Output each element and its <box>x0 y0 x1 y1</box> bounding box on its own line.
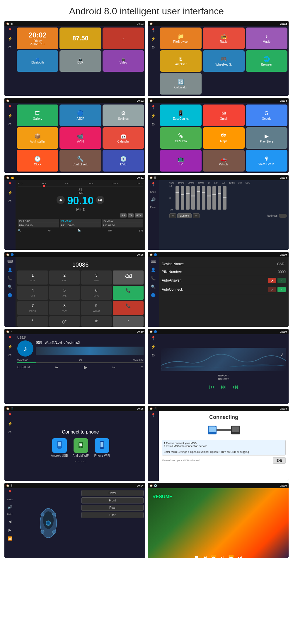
preset-p12[interactable]: P12 87.50 <box>102 223 143 227</box>
nav-set-3[interactable]: ⚡ <box>8 114 12 118</box>
ta-btn[interactable]: TA <box>128 213 134 217</box>
eq-bar-500[interactable] <box>191 186 195 210</box>
freq-tile[interactable]: 87.50 <box>59 28 101 49</box>
nav-gear-5[interactable]: ⚙ <box>8 199 12 203</box>
dvd-ff-btn[interactable]: ⏩ <box>228 555 234 558</box>
exit-button[interactable]: Exit <box>273 457 286 464</box>
nav-loc-4[interactable]: 📍 <box>151 105 156 109</box>
eq-custom-btn[interactable]: Custom <box>177 213 192 218</box>
dvd-rew-btn[interactable]: ⏪ <box>211 555 217 558</box>
music-progress-bar[interactable] <box>17 362 144 363</box>
pty-btn[interactable]: PTY <box>135 213 143 217</box>
call-log-icon-8[interactable]: 📞 <box>151 276 156 280</box>
radio-next-btn[interactable]: ⏭ <box>96 196 104 204</box>
nav-set-10[interactable]: ⚡ <box>151 345 156 349</box>
key-swap[interactable]: ↕ <box>113 316 144 327</box>
preset-p7[interactable]: P7 87.50 <box>18 219 59 223</box>
front-btn[interactable]: Front <box>81 497 144 503</box>
nav-loc-6[interactable]: 📍 <box>151 182 156 186</box>
app-gallery[interactable]: 🖼Gallery <box>17 105 58 126</box>
key-backspace[interactable]: ⌫ <box>113 270 144 285</box>
nav-gear-9[interactable]: ⚙ <box>8 353 12 357</box>
nav-loc-11[interactable]: 📍 <box>8 413 12 417</box>
music-prev-btn[interactable]: ⏮ <box>55 366 58 369</box>
bluetooth-tile[interactable]: 🔵 Bluetooth <box>17 50 58 72</box>
volume-icon[interactable]: 🔊 <box>151 197 156 202</box>
eq-bar-1k[interactable] <box>197 186 200 210</box>
app-clock[interactable]: 🕐Clock <box>17 150 58 172</box>
preset-p10[interactable]: P10 106.10 <box>18 223 59 227</box>
app-amplifier[interactable]: 🎚Amplifier <box>160 50 202 72</box>
nav-loc-2[interactable]: 📍 <box>151 28 156 32</box>
nav-set-11[interactable]: ⚡ <box>8 422 12 426</box>
autoanswer-on-btn[interactable]: ✓ <box>277 278 286 283</box>
app-tv[interactable]: 📺TV <box>160 150 202 172</box>
search-icon-8[interactable]: 🔍 <box>151 285 156 289</box>
app-music[interactable]: ♪Music <box>246 28 287 49</box>
key-9[interactable]: 9WXYZ <box>81 301 112 315</box>
key-6[interactable]: 6MNO <box>81 286 112 300</box>
dvd-play-btn[interactable]: ⏯ <box>220 555 225 558</box>
scan-icon[interactable]: ⟳ <box>48 229 51 232</box>
app-playstore[interactable]: ▶Play Store <box>246 127 287 149</box>
dial-icon-8[interactable]: ⌨ <box>151 259 156 263</box>
eq-bar-12.5k[interactable] <box>212 186 216 210</box>
key-star[interactable]: * <box>17 316 48 327</box>
eq-bar-2.5k[interactable] <box>202 186 205 210</box>
nav-gear-3[interactable]: ⚙ <box>8 122 12 126</box>
a2dp-next-btn[interactable]: ⏭ <box>233 383 239 390</box>
autoconnect-on-btn[interactable]: ✓ <box>277 287 286 292</box>
a2dp-play-btn[interactable]: ⏭ <box>221 383 227 390</box>
eq-bar-200[interactable] <box>186 186 190 210</box>
nav-location[interactable]: 📍 <box>8 28 12 32</box>
app-avin[interactable]: 📹AVIN <box>59 127 101 149</box>
app-settings[interactable]: ⚙Settings <box>103 105 144 126</box>
key-4[interactable]: 4GHI <box>17 286 48 300</box>
music-next-btn[interactable]: ⏭ <box>113 366 115 369</box>
app-apk[interactable]: 📦ApkInstaller <box>17 127 58 149</box>
af-btn[interactable]: AF <box>120 213 127 217</box>
a2dp-prev-btn[interactable]: ⏮ <box>209 383 215 390</box>
nav-loc-12[interactable]: 📍 <box>151 413 156 417</box>
nav-set-9[interactable]: ⚡ <box>8 345 12 349</box>
radio-prev-btn[interactable]: ⏮ <box>57 196 65 204</box>
eq-prev-btn[interactable]: ≪ <box>169 213 176 218</box>
key-5[interactable]: 5JKL <box>49 286 80 300</box>
nav-loc-13[interactable]: 📍 <box>8 490 12 494</box>
volume-icon-13[interactable]: 🔊 <box>8 505 12 509</box>
music-tile[interactable]: ♪ <box>103 28 144 49</box>
nav-loc-10[interactable]: 📍 <box>151 336 156 340</box>
app-wheelkey[interactable]: 🎮Wheelkey S. <box>203 50 244 72</box>
key-1[interactable]: 1SUB <box>17 270 48 285</box>
nav-gear-2[interactable]: ⚙ <box>151 45 155 49</box>
autoconnect-off-btn[interactable]: ✗ <box>268 287 276 292</box>
autoanswer-off-btn[interactable]: ✗ <box>268 278 276 283</box>
nav-set-2[interactable]: ⚡ <box>151 37 156 41</box>
dial-icon[interactable]: ⌨ <box>7 259 13 263</box>
key-2[interactable]: 2ABC <box>49 270 80 285</box>
nav-loc-3[interactable]: 📍 <box>8 105 12 109</box>
dvd-stop-btn[interactable]: ⏹ <box>194 555 199 558</box>
app-calendar[interactable]: 📅Calendar <box>103 127 144 149</box>
dvd-next-btn[interactable]: ⏭ <box>238 555 242 558</box>
connect-android-usb[interactable]: Android USB <box>51 438 68 457</box>
eq-bar-60[interactable] <box>176 186 179 210</box>
nav-right-13[interactable]: ▶ <box>8 528 11 532</box>
app-filebrowser[interactable]: 📁FileBrowser <box>160 28 202 49</box>
key-0[interactable]: 0+ <box>49 316 80 327</box>
app-google[interactable]: GGoogle <box>246 105 287 126</box>
fm-label[interactable]: FM <box>139 229 143 232</box>
key-8[interactable]: 8TUV <box>49 301 80 315</box>
call-log-icon[interactable]: 📞 <box>8 276 12 280</box>
app-radio[interactable]: 📻Radio <box>203 28 244 49</box>
connect-iphone-wifi[interactable]: iPhone WiFi <box>94 438 110 457</box>
nav-loc-9[interactable]: 📍 <box>8 336 12 340</box>
wifi-icon-13[interactable]: 📶 <box>8 536 12 541</box>
bt-icon-sidebar-8[interactable]: 🔵 <box>151 293 156 297</box>
nav-gear[interactable]: ⚙ <box>8 45 12 49</box>
eq-bar-100[interactable] <box>181 186 184 210</box>
app-a2dp[interactable]: 🔵A2DP <box>59 105 101 126</box>
search-icon-bt[interactable]: 🔍 <box>8 285 12 289</box>
user-btn[interactable]: User <box>81 512 144 518</box>
bt-icon-sidebar[interactable]: 🔵 <box>8 293 12 297</box>
